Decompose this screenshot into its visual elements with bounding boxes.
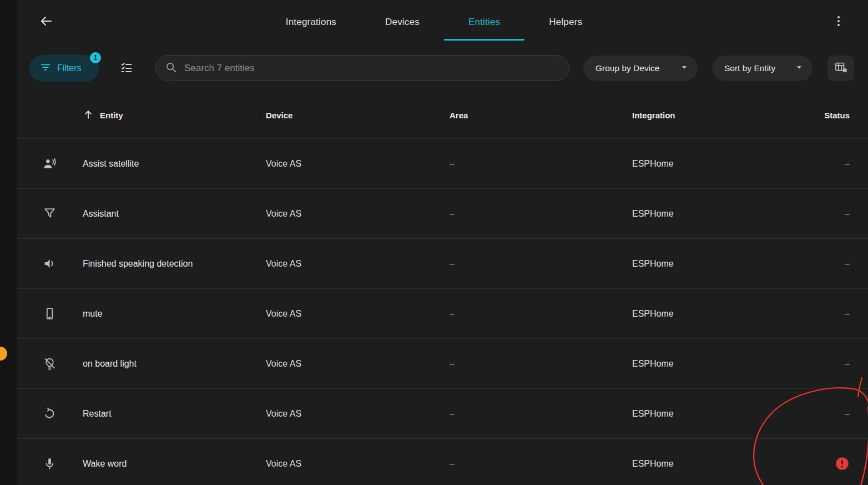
search-icon bbox=[165, 61, 184, 76]
table-row[interactable]: Assistant Voice AS – ESPHome – bbox=[17, 188, 868, 238]
entity-integration: ESPHome bbox=[632, 459, 799, 469]
entity-integration: ESPHome bbox=[632, 259, 799, 269]
restart-icon bbox=[17, 407, 83, 421]
entity-device: Voice AS bbox=[266, 159, 450, 169]
overflow-menu-button[interactable] bbox=[826, 9, 851, 34]
table-settings-button[interactable] bbox=[827, 56, 854, 81]
header-integration[interactable]: Integration bbox=[632, 111, 799, 120]
tab-helpers[interactable]: Helpers bbox=[524, 0, 607, 44]
header-status[interactable]: Status bbox=[824, 111, 868, 120]
entity-name: on board light bbox=[83, 359, 266, 369]
list-checks-icon bbox=[120, 61, 133, 76]
speaker-icon bbox=[17, 257, 83, 271]
back-button[interactable] bbox=[34, 9, 58, 34]
entity-name: mute bbox=[83, 309, 266, 319]
entity-table-body: Assist satellite Voice AS – ESPHome – As… bbox=[17, 138, 868, 485]
table-row[interactable]: mute Voice AS – ESPHome – bbox=[17, 288, 868, 338]
tab-devices[interactable]: Devices bbox=[361, 0, 444, 44]
filter-variant-icon bbox=[39, 61, 52, 76]
entities-page: Integrations Devices Entities Helpers Fi… bbox=[0, 0, 868, 485]
search-container bbox=[155, 55, 569, 81]
table-row[interactable]: on board light Voice AS – ESPHome – bbox=[17, 338, 868, 388]
table-header-row: Entity Device Area Integration Status bbox=[17, 92, 868, 138]
entity-area: – bbox=[450, 209, 632, 219]
funnel-icon bbox=[17, 207, 83, 221]
column-selection-button[interactable] bbox=[114, 56, 139, 81]
filters-badge: 1 bbox=[90, 52, 101, 63]
light-off-icon bbox=[17, 357, 83, 371]
chevron-down-icon bbox=[673, 62, 690, 75]
group-by-label: Group by Device bbox=[596, 63, 659, 73]
entity-area: – bbox=[450, 309, 632, 319]
entity-name: Wake word bbox=[83, 459, 266, 469]
entity-status: – bbox=[845, 259, 868, 269]
assist-satellite-icon bbox=[17, 157, 83, 171]
entity-area: – bbox=[450, 259, 632, 269]
tab-integrations[interactable]: Integrations bbox=[261, 0, 361, 44]
entity-status: – bbox=[845, 359, 868, 369]
table-row[interactable]: Restart Voice AS – ESPHome – bbox=[17, 388, 868, 438]
entity-area: – bbox=[450, 359, 632, 369]
entity-integration: ESPHome bbox=[632, 159, 799, 169]
entity-integration: ESPHome bbox=[632, 309, 799, 319]
entity-name: Assist satellite bbox=[83, 159, 266, 169]
entity-status: – bbox=[845, 159, 868, 169]
sort-by-label: Sort by Entity bbox=[724, 63, 775, 73]
group-by-dropdown[interactable]: Group by Device bbox=[583, 56, 698, 81]
entity-area: – bbox=[450, 459, 632, 469]
entity-name: Assistant bbox=[83, 209, 266, 219]
chevron-down-icon bbox=[788, 62, 805, 75]
header-entity-label: Entity bbox=[100, 111, 123, 120]
entity-device: Voice AS bbox=[266, 309, 450, 319]
sort-by-dropdown[interactable]: Sort by Entity bbox=[712, 56, 813, 81]
phone-icon bbox=[17, 307, 83, 321]
top-app-bar: Integrations Devices Entities Helpers bbox=[0, 0, 868, 44]
entity-device: Voice AS bbox=[266, 409, 450, 419]
search-input[interactable] bbox=[184, 63, 560, 74]
kebab-menu-icon bbox=[832, 14, 845, 29]
microphone-icon bbox=[17, 457, 83, 471]
entities-table: Entity Device Area Integration Status As… bbox=[17, 92, 868, 485]
header-area[interactable]: Area bbox=[450, 111, 632, 120]
tab-bar: Integrations Devices Entities Helpers bbox=[261, 0, 607, 44]
tab-entities[interactable]: Entities bbox=[444, 0, 524, 44]
entity-status: – bbox=[845, 409, 868, 419]
entity-status: – bbox=[845, 309, 868, 319]
arrow-left-icon bbox=[39, 14, 53, 29]
table-row[interactable]: Assist satellite Voice AS – ESPHome – bbox=[17, 138, 868, 188]
header-entity[interactable]: Entity bbox=[83, 109, 266, 122]
filters-button[interactable]: Filters 1 bbox=[29, 55, 99, 82]
entity-area: – bbox=[450, 409, 632, 419]
sidebar-edge bbox=[0, 0, 17, 485]
table-row[interactable]: Finished speaking detection Voice AS – E… bbox=[17, 238, 868, 288]
entity-area: – bbox=[450, 159, 632, 169]
arrow-up-icon bbox=[83, 109, 94, 122]
entity-device: Voice AS bbox=[266, 209, 450, 219]
entity-device: Voice AS bbox=[266, 359, 450, 369]
filters-label: Filters bbox=[57, 63, 82, 73]
entity-device: Voice AS bbox=[266, 259, 450, 269]
entity-name: Restart bbox=[83, 409, 266, 419]
entity-name: Finished speaking detection bbox=[83, 259, 266, 269]
table-row[interactable]: Wake word Voice AS – ESPHome bbox=[17, 438, 868, 485]
entity-device: Voice AS bbox=[266, 459, 450, 469]
entity-integration: ESPHome bbox=[632, 409, 799, 419]
filter-toolbar: Filters 1 Group by Device Sort by Entity bbox=[0, 44, 868, 92]
table-cog-icon bbox=[834, 61, 847, 76]
entity-integration: ESPHome bbox=[632, 209, 799, 219]
error-status-icon bbox=[835, 456, 868, 471]
entity-status: – bbox=[845, 209, 868, 219]
header-device[interactable]: Device bbox=[266, 111, 450, 120]
entity-integration: ESPHome bbox=[632, 359, 799, 369]
